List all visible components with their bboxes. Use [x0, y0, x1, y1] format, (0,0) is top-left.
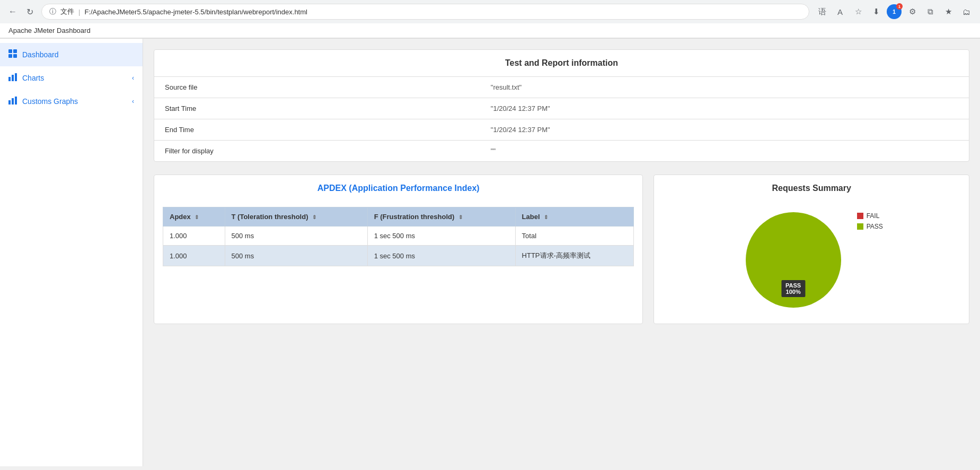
url-text: F:/ApacheJMeter5.5/apache-jmeter-5.5/bin… [84, 8, 307, 16]
charts-icon [8, 73, 17, 83]
extension-num: 1 [893, 8, 896, 15]
info-icon: ⓘ [49, 7, 56, 16]
apdex-val-label-0: Total [515, 227, 634, 246]
apdex-card: APDEX (Application Performance Index) Ap… [154, 175, 643, 324]
info-value-source: "result.txt" [480, 77, 969, 98]
table-row: Filter for display "" [154, 141, 969, 162]
apdex-col-apdex[interactable]: Apdex ⇕ [163, 207, 225, 227]
browser-chrome: ← ↻ ⓘ 文件 | F:/ApacheJMeter5.5/apache-jme… [0, 0, 980, 39]
browser-toolbar: ← ↻ ⓘ 文件 | F:/ApacheJMeter5.5/apache-jme… [0, 0, 980, 23]
apdex-col-f[interactable]: F (Frustration threshold) ⇕ [367, 207, 515, 227]
sidebar: Dashboard Charts ‹ [0, 39, 143, 466]
info-label-start: Start Time [154, 98, 480, 119]
font-icon[interactable]: A [833, 4, 847, 19]
favstar-icon[interactable]: ★ [941, 4, 956, 19]
extension-icon[interactable]: 1 1 [887, 4, 902, 19]
customs-graphs-chevron-icon: ‹ [132, 98, 134, 105]
legend-item-pass: PASS [857, 223, 883, 230]
sidebar-label-charts: Charts [22, 74, 44, 82]
apdex-val-label-1: HTTP请求-高频率测试 [515, 246, 634, 266]
svg-rect-5 [12, 75, 14, 81]
sidebar-item-charts[interactable]: Charts ‹ [0, 66, 143, 90]
table-row: Source file "result.txt" [154, 77, 969, 98]
browser-actions: 语 A ☆ ⬇ 1 1 ⚙ ⧉ ★ 🗂 [815, 4, 974, 19]
page-title-bar: Apache JMeter Dashboard [0, 23, 980, 38]
sort-icon-apdex: ⇕ [195, 214, 199, 220]
split-icon[interactable]: ⧉ [923, 4, 938, 19]
apdex-table: Apdex ⇕ T (Toleration threshold) ⇕ F (Fr… [163, 207, 634, 266]
apdex-title: APDEX (Application Performance Index) [154, 175, 642, 202]
dashboard-icon [8, 49, 17, 60]
legend-color-pass [857, 223, 863, 230]
sidebar-label-dashboard: Dashboard [22, 50, 59, 59]
report-info-card: Test and Report information Source file … [154, 49, 969, 162]
address-separator: | [78, 8, 80, 16]
svg-rect-1 [13, 49, 17, 53]
sort-icon-t: ⇕ [312, 214, 316, 220]
sidebar-item-left-dashboard: Dashboard [8, 49, 59, 60]
apdex-table-wrapper: Apdex ⇕ T (Toleration threshold) ⇕ F (Fr… [154, 202, 642, 277]
requests-summary-title: Requests Summary [654, 175, 969, 202]
svg-rect-4 [8, 77, 11, 81]
legend-label-fail: FAIL [867, 212, 880, 220]
sidebar-item-dashboard[interactable]: Dashboard [0, 43, 143, 66]
legend-label-pass: PASS [867, 223, 883, 230]
apdex-val-apdex-1: 1.000 [163, 246, 225, 266]
collections-icon[interactable]: 🗂 [959, 4, 974, 19]
sidebar-item-customs-graphs[interactable]: Customs Graphs ‹ [0, 90, 143, 113]
pie-svg [740, 207, 846, 313]
apdex-val-t-1: 500 ms [225, 246, 367, 266]
apdex-header-row: Apdex ⇕ T (Toleration threshold) ⇕ F (Fr… [163, 207, 634, 227]
apdex-val-f-1: 1 sec 500 ms [367, 246, 515, 266]
puzzle-icon[interactable]: ⚙ [905, 4, 920, 19]
svg-rect-7 [8, 100, 11, 105]
sidebar-item-left-customs: Customs Graphs [8, 96, 78, 107]
sidebar-label-customs-graphs: Customs Graphs [22, 97, 78, 106]
table-row: Start Time "1/20/24 12:37 PM" [154, 98, 969, 119]
apdex-col-t[interactable]: T (Toleration threshold) ⇕ [225, 207, 367, 227]
requests-summary-card: Requests Summary PASS100% FAIL [654, 175, 969, 324]
pie-container: PASS100% FAIL PASS [654, 202, 969, 324]
info-label-end: End Time [154, 119, 480, 141]
customs-graphs-icon [8, 96, 17, 107]
back-button[interactable]: ← [6, 5, 19, 18]
svg-rect-8 [12, 98, 14, 105]
pie-chart: PASS100% [740, 207, 846, 313]
legend-color-fail [857, 213, 863, 219]
svg-rect-6 [15, 73, 17, 81]
pie-pass-label: PASS100% [781, 280, 805, 297]
refresh-button[interactable]: ↻ [23, 5, 36, 18]
svg-rect-3 [13, 54, 17, 58]
nav-icons: ← ↻ [6, 5, 36, 18]
apdex-row-1: 1.000 500 ms 1 sec 500 ms HTTP请求-高频率测试 [163, 246, 634, 266]
apdex-val-apdex-0: 1.000 [163, 227, 225, 246]
report-info-title: Test and Report information [154, 50, 969, 76]
address-bar[interactable]: ⓘ 文件 | F:/ApacheJMeter5.5/apache-jmeter-… [41, 4, 809, 20]
doc-label: 文件 [60, 7, 74, 16]
charts-chevron-icon: ‹ [132, 74, 134, 82]
translate-icon[interactable]: 语 [815, 4, 829, 19]
apdex-val-f-0: 1 sec 500 ms [367, 227, 515, 246]
sidebar-item-left-charts: Charts [8, 73, 44, 83]
info-value-filter: "" [480, 141, 969, 162]
main-content: Test and Report information Source file … [143, 39, 980, 466]
download-icon[interactable]: ⬇ [869, 4, 884, 19]
legend: FAIL PASS [857, 207, 883, 230]
info-value-start: "1/20/24 12:37 PM" [480, 98, 969, 119]
apdex-col-label[interactable]: Label ⇕ [515, 207, 634, 227]
info-label-source: Source file [154, 77, 480, 98]
info-label-filter: Filter for display [154, 141, 480, 162]
svg-rect-9 [15, 97, 17, 105]
page-title: Apache JMeter Dashboard [8, 27, 91, 34]
apdex-row-0: 1.000 500 ms 1 sec 500 ms Total [163, 227, 634, 246]
sort-icon-label: ⇕ [544, 214, 548, 220]
apdex-val-t-0: 500 ms [225, 227, 367, 246]
sort-icon-f: ⇕ [458, 214, 463, 220]
star-icon[interactable]: ☆ [851, 4, 866, 19]
app-container: Dashboard Charts ‹ [0, 39, 980, 466]
extension-badge: 1 [896, 3, 903, 10]
bottom-section: APDEX (Application Performance Index) Ap… [154, 175, 969, 324]
info-value-end: "1/20/24 12:37 PM" [480, 119, 969, 141]
info-table: Source file "result.txt" Start Time "1/2… [154, 76, 969, 161]
svg-rect-2 [8, 54, 12, 58]
